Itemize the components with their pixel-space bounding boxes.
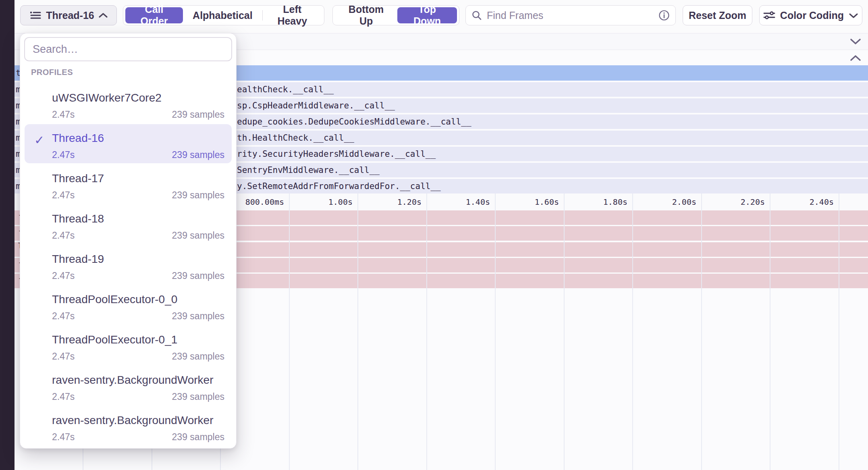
profile-list-item[interactable]: ✓ raven-sentry.BackgroundWorker 2.47s 23… (25, 366, 232, 405)
profiling-flamegraph-app: t m ealthCheck.__call__ m sp.CspHeaderMi… (0, 0, 868, 470)
chevron-down-icon (849, 12, 858, 19)
axis-tick-label: 1.40s (466, 197, 490, 207)
profile-samples: 239 samples (172, 271, 224, 281)
flame-row-label: sp.CspHeaderMiddleware.__call__ (237, 101, 395, 110)
profile-duration: 2.47s (52, 271, 75, 281)
axis-tick-label: 2.40s (810, 197, 834, 207)
profile-list-item[interactable]: ✓ Thread-16 2.47s 239 samples (25, 124, 232, 163)
find-frames-search[interactable] (465, 5, 676, 25)
profile-duration: 2.47s (52, 392, 75, 401)
profile-duration: 2.47s (52, 311, 75, 321)
profile-duration: 2.47s (52, 351, 75, 361)
profile-list-item[interactable]: ✓ ThreadPoolExecutor-0_0 2.47s 239 sampl… (25, 285, 232, 324)
profile-samples: 239 samples (172, 351, 224, 361)
profile-search-field[interactable] (24, 37, 232, 61)
check-icon: ✓ (34, 133, 50, 147)
direction-option-top-down[interactable]: Top Down (397, 7, 457, 23)
reset-zoom-button[interactable]: Reset Zoom (683, 5, 752, 25)
profile-name: uWSGIWorker7Core2 (52, 91, 224, 105)
profile-duration: 2.47s (52, 190, 75, 200)
profile-list-item[interactable]: ✓ Thread-17 2.47s 239 samples (25, 164, 232, 204)
axis-tick-label: 1.60s (535, 197, 559, 207)
profile-duration: 2.47s (52, 150, 75, 160)
flame-row-label: y.SetRemoteAddrFromForwardedFor.__call__ (237, 181, 441, 191)
profile-samples: 239 samples (172, 432, 224, 442)
profile-samples: 239 samples (172, 392, 224, 401)
axis-tick-label: 1.80s (603, 197, 627, 207)
chevron-up-icon (98, 12, 108, 19)
profile-list: ✓ uWSGIWorker7Core2 2.47s 239 samples ✓ … (25, 84, 232, 447)
color-coding-button[interactable]: Color Coding (759, 5, 862, 25)
info-icon[interactable] (658, 10, 670, 21)
profile-list-item[interactable]: ✓ Thread-18 2.47s 239 samples (25, 205, 232, 244)
profile-name: Thread-17 (52, 172, 224, 185)
list-icon (29, 9, 42, 21)
profile-samples: 239 samples (172, 150, 224, 160)
flame-row-label: th.HealthCheck.__call__ (237, 133, 354, 143)
axis-tick-label: 2.00s (672, 197, 696, 207)
profile-list-item[interactable]: ✓ raven-sentry.BackgroundWorker 2.47s 23… (25, 406, 232, 445)
profile-duration: 2.47s (52, 110, 75, 119)
sort-option-alphabetical[interactable]: Alphabetical (183, 7, 262, 23)
profile-name: raven-sentry.BackgroundWorker (52, 414, 224, 427)
search-icon (471, 10, 482, 21)
profile-search-input[interactable] (32, 43, 224, 56)
axis-tick-label: 1.20s (397, 197, 422, 207)
profile-duration: 2.47s (52, 432, 75, 442)
find-frames-input[interactable] (486, 9, 654, 22)
profile-name: Thread-19 (52, 252, 224, 266)
axis-tick-label: 800.00ms (245, 197, 284, 207)
chevron-down-icon[interactable] (849, 38, 862, 45)
profile-dropdown: PROFILES ✓ uWSGIWorker7Core2 2.47s 239 s… (20, 33, 237, 449)
flame-row-label: edupe_cookies.DedupeCookiesMiddleware.__… (237, 117, 471, 127)
profile-samples: 239 samples (172, 231, 224, 240)
profile-samples: 239 samples (172, 190, 224, 200)
axis-tick-label: 2.20s (741, 197, 765, 207)
profile-name: Thread-16 (52, 131, 224, 145)
flame-row-label: rity.SecurityHeadersMiddleware.__call__ (237, 149, 436, 159)
axis-tick-label: 1.00s (328, 197, 353, 207)
profile-name: Thread-18 (52, 212, 224, 226)
app-sidebar-strip (0, 0, 15, 470)
profile-name: raven-sentry.BackgroundWorker (52, 373, 224, 387)
flame-row-label: ealthCheck.__call__ (237, 85, 334, 94)
color-coding-label: Color Coding (780, 10, 844, 21)
sort-option-left-heavy[interactable]: Left Heavy (263, 7, 322, 23)
profile-samples: 239 samples (172, 311, 224, 321)
toolbar: Thread-16 Call Order Alphabetical Left H… (15, 0, 868, 33)
profile-list-item[interactable]: ✓ Thread-19 2.47s 239 samples (25, 245, 232, 284)
flame-row-label: SentryEnvMiddleware.__call__ (237, 165, 380, 175)
thread-selector-button[interactable]: Thread-16 (20, 5, 117, 25)
profile-name: ThreadPoolExecutor-0_0 (52, 293, 224, 306)
sliders-icon (763, 10, 775, 21)
sort-option-call-order[interactable]: Call Order (125, 7, 183, 23)
direction-option-bottom-up[interactable]: Bottom Up (335, 7, 397, 23)
profile-list-item[interactable]: ✓ ThreadPoolExecutor-0_1 2.47s 239 sampl… (25, 326, 232, 365)
chevron-up-icon[interactable] (849, 54, 862, 62)
direction-segmented-control: Bottom Up Top Down (332, 5, 459, 25)
profiles-section-label: PROFILES (31, 68, 73, 77)
profile-duration: 2.47s (52, 231, 75, 240)
profile-name: ThreadPoolExecutor-0_1 (52, 333, 224, 347)
profile-samples: 239 samples (172, 110, 224, 119)
profile-list-item[interactable]: ✓ uWSGIWorker7Core2 2.47s 239 samples (25, 84, 232, 123)
thread-selector-label: Thread-16 (46, 10, 94, 21)
sort-segmented-control: Call Order Alphabetical Left Heavy (123, 5, 324, 25)
